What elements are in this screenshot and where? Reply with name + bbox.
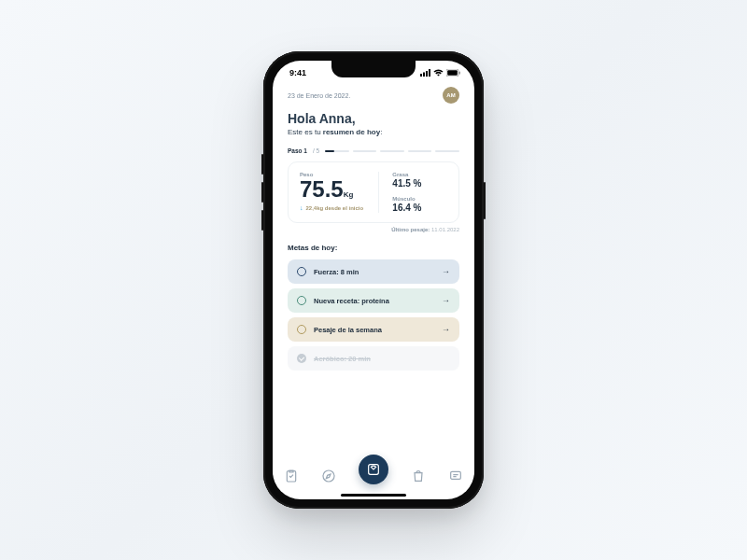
- weight-unit: Kg: [344, 190, 354, 199]
- status-indicators: [420, 69, 461, 77]
- step-bars: [325, 150, 459, 152]
- bottom-nav: [273, 458, 474, 499]
- content: 23 de Enero de 2022. AM Hola Anna, Este …: [273, 85, 474, 458]
- date-label: 23 de Enero de 2022.: [288, 92, 350, 99]
- step-bar: [353, 150, 377, 152]
- step-current: Paso 1: [288, 147, 307, 154]
- battery-icon: [446, 69, 461, 77]
- goal-label: Pesaje de la semana: [314, 326, 434, 334]
- step-bar: [380, 150, 404, 152]
- goal-item-recipe[interactable]: Nueva receta: proteína →: [288, 288, 459, 313]
- arrow-down-icon: ↓: [300, 204, 303, 211]
- weight-value-row: 75.5Kg: [300, 178, 365, 201]
- step-bar: [325, 150, 349, 152]
- svg-rect-0: [420, 74, 422, 77]
- radio-icon[interactable]: [297, 325, 306, 334]
- delta-text: 22,4kg desde el inicio: [306, 205, 364, 211]
- step-total: / 5: [313, 147, 319, 154]
- phone-frame: 9:41 23 de Enero de 2022. AM Hola Anna, …: [263, 51, 484, 509]
- signal-icon: [420, 69, 430, 77]
- arrow-right-icon: →: [442, 296, 450, 305]
- goal-item-strength[interactable]: Fuerza: 8 min →: [288, 259, 459, 284]
- nav-chat-icon[interactable]: [448, 469, 463, 483]
- body-comp-section: Grasa 41.5 % Músculo 16.4 %: [378, 172, 447, 213]
- last-weigh-label: Último pesaje:: [391, 227, 430, 232]
- greeting-subtitle: Este es tu resumen de hoy:: [288, 128, 459, 136]
- svg-rect-6: [459, 72, 460, 75]
- metrics-card: Peso 75.5Kg ↓ 22,4kg desde el inicio Gra…: [288, 161, 459, 223]
- weight-delta: ↓ 22,4kg desde el inicio: [300, 204, 365, 211]
- notch: [331, 61, 416, 77]
- last-weigh-date: 11.01.2022: [431, 227, 459, 232]
- fat-value: 41.5 %: [392, 178, 447, 189]
- fat-label: Grasa: [392, 172, 447, 177]
- greeting-title: Hola Anna,: [288, 111, 459, 126]
- step-bar: [435, 150, 459, 152]
- nav-explore-icon[interactable]: [321, 469, 336, 483]
- nav-shop-icon[interactable]: [411, 469, 426, 483]
- svg-rect-2: [426, 71, 428, 77]
- last-weigh: Último pesaje: 11.01.2022: [288, 227, 459, 232]
- goals-title: Metas de hoy:: [288, 244, 459, 252]
- step-progress: Paso 1 / 5: [288, 147, 459, 154]
- nav-scale-button[interactable]: [359, 455, 388, 484]
- top-line: 23 de Enero de 2022. AM: [288, 87, 459, 104]
- step-bar: [408, 150, 432, 152]
- check-icon: [297, 354, 306, 363]
- nav-tasks-icon[interactable]: [284, 469, 299, 483]
- screen: 9:41 23 de Enero de 2022. AM Hola Anna, …: [273, 61, 474, 499]
- weight-value: 75.5: [300, 176, 344, 202]
- svg-rect-5: [447, 70, 458, 76]
- status-time: 9:41: [289, 68, 306, 77]
- goal-label: Aeróbico: 20 min: [314, 355, 450, 363]
- goal-label: Nueva receta: proteína: [314, 297, 434, 305]
- svg-rect-1: [423, 73, 425, 77]
- radio-icon[interactable]: [297, 296, 306, 305]
- svg-point-8: [323, 470, 334, 482]
- muscle-label: Músculo: [392, 196, 447, 202]
- goal-item-aerobic[interactable]: Aeróbico: 20 min: [288, 346, 459, 371]
- wifi-icon: [433, 69, 444, 77]
- fat-metric: Grasa 41.5 %: [392, 172, 447, 189]
- radio-icon[interactable]: [297, 267, 306, 276]
- weight-section: Peso 75.5Kg ↓ 22,4kg desde el inicio: [300, 172, 365, 213]
- home-indicator[interactable]: [341, 494, 406, 497]
- goal-label: Fuerza: 8 min: [314, 268, 434, 276]
- muscle-value: 16.4 %: [392, 203, 447, 213]
- arrow-right-icon: →: [442, 267, 450, 276]
- goal-item-weigh[interactable]: Pesaje de la semana →: [288, 317, 459, 342]
- svg-rect-3: [429, 69, 430, 77]
- svg-rect-10: [451, 471, 461, 479]
- arrow-right-icon: →: [442, 325, 450, 334]
- muscle-metric: Músculo 16.4 %: [392, 196, 447, 213]
- avatar[interactable]: AM: [443, 87, 459, 104]
